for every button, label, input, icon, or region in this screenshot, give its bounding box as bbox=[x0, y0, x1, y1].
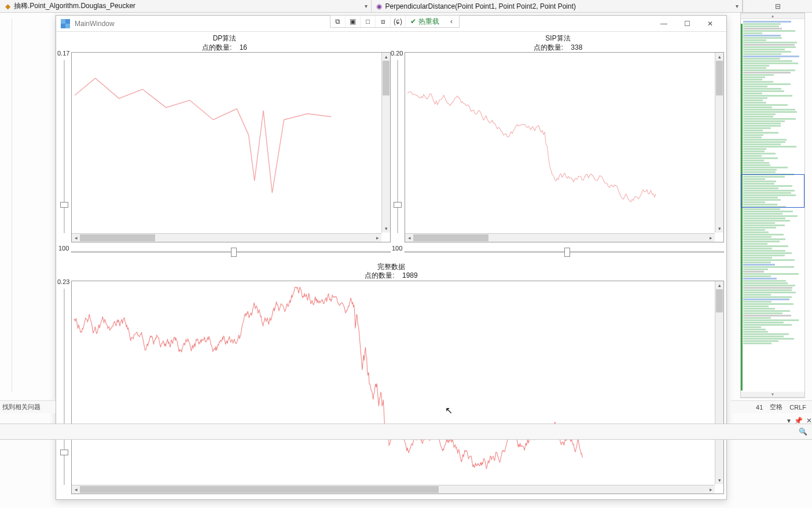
chart-sip-title: SIP算法 bbox=[392, 34, 724, 43]
chart-dp-y-slider[interactable] bbox=[58, 60, 70, 233]
debug-btn-2[interactable]: ▣ bbox=[346, 16, 361, 27]
chevron-down-icon[interactable]: ▾ bbox=[365, 3, 368, 9]
chart-dp-hscroll[interactable]: ◂ ▸ bbox=[72, 233, 381, 242]
chart-dp-ytop: 0.17 bbox=[57, 50, 69, 57]
chart-sip-hscroll[interactable]: ◂ ▸ bbox=[405, 233, 715, 242]
chart-dp-xleft: 100 bbox=[58, 245, 69, 252]
minimize-button[interactable]: — bbox=[652, 17, 675, 31]
chart-sip-vscroll[interactable]: ▴ ▾ bbox=[715, 53, 723, 233]
chart-full-y-slider[interactable] bbox=[58, 289, 70, 485]
editor-left-gutter bbox=[0, 13, 56, 398]
method-icon: ◉ bbox=[375, 2, 383, 10]
breadcrumb-class-label: 抽稀.Point_Algorithm.Douglas_Peucker bbox=[14, 1, 135, 11]
code-minimap[interactable]: ▴ ▾ bbox=[740, 13, 805, 398]
chart-dp-plot[interactable]: ▴ ▾ ◂ ▸ bbox=[71, 52, 391, 242]
split-icon: ⊟ bbox=[775, 2, 781, 10]
chart-dp-x-slider[interactable] bbox=[71, 246, 391, 258]
chart-sip-ytop: 0.20 bbox=[391, 50, 403, 57]
status-crlf[interactable]: CRLF bbox=[789, 404, 806, 411]
debug-toolbar: ⧉ ▣ □ ⧈ (ɕ) ✔ 热重载 ‹ bbox=[330, 15, 460, 28]
chevron-down-icon[interactable]: ▾ bbox=[736, 3, 738, 9]
slider-row bbox=[58, 246, 724, 258]
chart-full-count: 1989 bbox=[402, 271, 418, 279]
chart-sip-y-slider[interactable] bbox=[392, 60, 403, 233]
chart-sip-xleft: 100 bbox=[392, 245, 402, 252]
app-icon bbox=[61, 19, 70, 28]
minimap-viewport[interactable] bbox=[741, 174, 804, 208]
status-bar: 41 空格 CRLF bbox=[731, 400, 812, 413]
debug-btn-1[interactable]: ⧉ bbox=[330, 16, 346, 27]
breadcrumb-method-label: PerpendicularDistance(Point Point1, Poin… bbox=[385, 2, 576, 10]
search-icon[interactable]: 🔍 bbox=[799, 428, 807, 436]
maximize-button[interactable]: ☐ bbox=[675, 17, 699, 31]
class-icon: ◆ bbox=[3, 2, 12, 10]
hot-reload-label: 热重载 bbox=[418, 17, 439, 27]
problems-label[interactable]: 找到相关问题 bbox=[0, 400, 56, 413]
debug-btn-5[interactable]: (ɕ) bbox=[391, 16, 406, 27]
breadcrumb-bar: ◆ 抽稀.Point_Algorithm.Douglas_Peucker ▾ ◉… bbox=[0, 0, 812, 13]
status-col: 41 bbox=[756, 404, 763, 411]
debug-prev-button[interactable]: ‹ bbox=[444, 16, 459, 27]
minimap-collapse-top[interactable]: ▴ bbox=[741, 13, 804, 19]
chart-dp: DP算法 点的数量: 16 0.17 100 bbox=[58, 34, 391, 242]
chart-dp-count: 16 bbox=[240, 43, 247, 51]
debug-btn-3[interactable]: □ bbox=[361, 16, 376, 27]
check-icon: ✔ bbox=[410, 17, 416, 25]
chart-dp-title: DP算法 bbox=[58, 34, 391, 43]
chart-full-heading: 完整数据 点的数量: 1989 bbox=[58, 263, 724, 281]
chart-sip-x-slider[interactable] bbox=[405, 246, 724, 258]
chart-sip-plot[interactable]: ▴ ▾ ◂ ▸ bbox=[405, 52, 724, 242]
chart-sip: SIP算法 点的数量: 338 0.20 100 bbox=[392, 34, 724, 242]
split-indicator[interactable]: ⊟ bbox=[743, 0, 812, 12]
breadcrumb-method[interactable]: ◉ PerpendicularDistance(Point Point1, Po… bbox=[372, 0, 743, 12]
chart-dp-heading: DP算法 点的数量: 16 bbox=[58, 34, 391, 52]
chart-full-plot[interactable]: ▴ ▾ ◂ ▸ bbox=[71, 281, 724, 494]
search-bar-left[interactable]: 🔍 bbox=[0, 424, 812, 440]
hot-reload-button[interactable]: ✔ 热重载 bbox=[406, 17, 444, 27]
chart-full-ytop: 0.23 bbox=[57, 278, 69, 285]
chart-full: 完整数据 点的数量: 1989 0.23 bbox=[58, 263, 724, 494]
chart-sip-heading: SIP算法 点的数量: 338 bbox=[392, 34, 724, 52]
minimap-collapse-bottom[interactable]: ▾ bbox=[741, 392, 804, 397]
chart-full-hscroll[interactable]: ◂ ▸ bbox=[72, 485, 715, 494]
search-bar-right[interactable]: 🔍 bbox=[731, 424, 812, 440]
chart-dp-vscroll[interactable]: ▴ ▾ bbox=[381, 53, 390, 233]
chart-full-vscroll[interactable]: ▴ ▾ bbox=[715, 281, 723, 484]
chart-sip-count: 338 bbox=[571, 43, 582, 51]
window-title: MainWindow bbox=[75, 20, 115, 28]
debug-btn-4[interactable]: ⧈ bbox=[376, 16, 391, 27]
chart-dp-count-label: 点的数量: bbox=[202, 43, 232, 51]
close-button[interactable]: ✕ bbox=[699, 17, 722, 31]
chart-full-title: 完整数据 bbox=[58, 263, 724, 272]
status-spaces[interactable]: 空格 bbox=[770, 403, 782, 411]
chart-sip-count-label: 点的数量: bbox=[534, 43, 563, 51]
chart-full-count-label: 点的数量: bbox=[365, 271, 394, 279]
breadcrumb-class[interactable]: ◆ 抽稀.Point_Algorithm.Douglas_Peucker ▾ bbox=[0, 0, 372, 12]
